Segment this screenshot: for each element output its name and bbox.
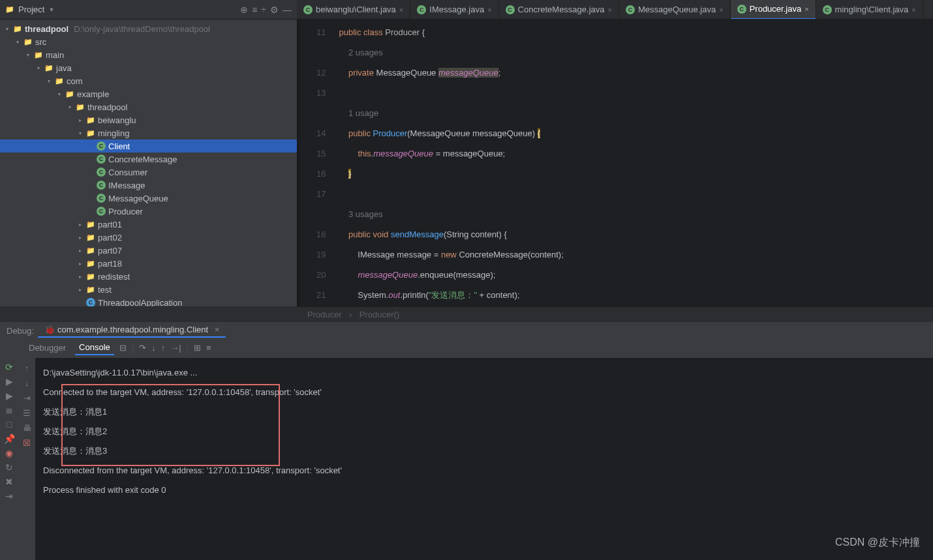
java-class-icon: C [86,298,95,306]
step-out-icon[interactable]: ↑ [161,343,166,353]
run-to-cursor-icon[interactable]: →| [170,343,181,353]
rerun-icon[interactable]: ⟳ [5,362,13,372]
chevron-icon[interactable]: ▸ [77,222,84,228]
editor-tab[interactable]: Cmingling\Client.java× [816,0,923,20]
editor-tab[interactable]: CConcreteMessage.java× [499,0,619,20]
tree-node[interactable]: ▸📁part02 [0,231,297,244]
chevron-icon[interactable]: ▸ [77,287,84,293]
trash-icon[interactable]: ↻ [5,462,13,473]
tree-node[interactable]: ▾📁mingling [0,126,297,140]
chevron-icon[interactable]: ▾ [46,78,52,84]
java-class-icon: C [97,155,106,164]
chevron-icon[interactable]: ▾ [77,130,84,136]
chevron-icon[interactable]: ▸ [77,235,84,241]
pin-icon[interactable]: 📌 [4,434,15,444]
folder-icon: 📁 [76,102,85,111]
help-icon[interactable]: ⇥ [5,491,13,501]
step-into-icon[interactable]: ↓ [151,343,156,353]
tree-node[interactable]: CClient [0,140,297,153]
print-icon[interactable]: 🖶 [23,423,31,433]
close-icon[interactable]: × [804,5,808,13]
chevron-icon[interactable]: ▸ [77,117,84,123]
editor-tabs: Cbeiwanglu\Client.java×CIMessage.java×CC… [297,0,933,20]
more-icon[interactable]: ≡ [206,343,211,353]
close-icon[interactable]: × [487,6,491,14]
tree-node[interactable]: ▾📁example [0,87,297,100]
view-bp-icon[interactable]: ≣ [5,405,13,415]
filter-icon[interactable]: ⊟ [119,343,127,353]
chevron-icon[interactable]: ▾ [35,65,42,71]
project-tool-header[interactable]: 📁 Project ▼ ⊕ ≡ ÷ ⚙ — [0,0,297,20]
tree-label: IMessage [108,181,145,190]
tree-node[interactable]: ▸📁test [0,283,297,296]
down-icon[interactable]: ↓ [25,378,29,388]
close-icon[interactable]: × [608,6,612,14]
sort-icon[interactable]: ≡ [252,5,257,15]
pause-icon[interactable]: ▶ [6,391,13,401]
tab-console[interactable]: Console [75,340,114,355]
tree-node[interactable]: CConsumer [0,166,297,179]
step-over-icon[interactable]: ↷ [139,343,146,353]
tree-node[interactable]: ▸📁beiwanglu [0,113,297,126]
up-icon[interactable]: ↑ [25,363,29,373]
tab-debugger[interactable]: Debugger [25,341,70,355]
layout-icon[interactable]: □ [7,419,12,430]
code-editor[interactable]: 1112131415161718192021 public class Prod… [297,20,933,306]
chevron-icon[interactable]: ▾ [56,91,63,97]
folder-icon: 📁 [23,37,33,46]
tree-node[interactable]: CConcreteMessage [0,153,297,166]
tree-node[interactable]: ▾📁main [0,48,297,61]
java-class-icon: C [97,194,106,203]
tree-node[interactable]: ▾📁com [0,74,297,87]
collapse-icon[interactable]: ÷ [261,5,266,15]
java-class-icon: C [97,168,106,177]
chevron-icon[interactable]: ▾ [25,52,31,58]
chevron-icon[interactable]: ▸ [77,261,84,267]
tree-label: part18 [98,259,122,269]
chevron-down-icon[interactable]: ▾ [4,26,10,32]
watermark: CSDN @皮卡冲撞 [835,536,920,550]
run-config-tab[interactable]: 🐞com.example.threadpool.mingling.Client … [38,323,226,338]
breadcrumb-item[interactable]: Producer [307,310,342,319]
tree-node[interactable]: ▸📁part07 [0,244,297,257]
tree-node[interactable]: ▾📁java [0,61,297,74]
camera-icon[interactable]: ◉ [5,448,13,458]
console-output[interactable]: D:\javaSetting\jdk-11.0.17\bin\java.exe … [35,358,933,560]
chevron-icon[interactable]: ▸ [77,248,84,254]
target-icon[interactable]: ⊕ [240,5,248,15]
close-icon[interactable]: × [399,6,403,14]
scroll-icon[interactable]: ☰ [23,408,31,418]
breadcrumb[interactable]: Producer › Producer() [297,306,933,322]
code-area[interactable]: public class Producer { 2 usages private… [332,20,933,306]
editor-tab[interactable]: Cbeiwanglu\Client.java× [297,0,410,20]
hide-icon[interactable]: — [283,5,292,15]
tree-node[interactable]: CIMessage [0,179,297,192]
java-class-icon: C [97,181,106,190]
chevron-icon[interactable]: ▾ [67,104,73,110]
tree-node[interactable]: CProducer [0,205,297,218]
tree-node[interactable]: CMessageQueue [0,192,297,205]
project-tree[interactable]: ▾ 📁 threadpool D:\only-java\threadDemo\t… [0,20,297,306]
tree-node[interactable]: CThreadpoolApplication [0,296,297,306]
evaluate-icon[interactable]: ⊞ [194,343,201,353]
editor-tab[interactable]: CIMessage.java× [410,0,498,20]
chevron-icon[interactable]: ▸ [77,274,84,280]
settings-icon[interactable]: ✖ [5,477,13,487]
tree-node[interactable]: ▸📁part18 [0,257,297,270]
tree-node[interactable]: ▸📁redistest [0,270,297,283]
gear-icon[interactable]: ⚙ [270,5,279,15]
wrap-icon[interactable]: ⇥ [23,393,31,403]
stop-icon[interactable]: ▶ [6,376,13,387]
close-icon[interactable]: × [215,325,220,334]
folder-icon: 📁 [86,128,95,138]
chevron-icon[interactable]: ▾ [14,39,21,45]
tree-node[interactable]: ▾📁threadpool [0,100,297,113]
red-icon[interactable]: ☒ [23,438,31,448]
close-icon[interactable]: × [911,6,915,14]
editor-tab[interactable]: CMessageQueue.java× [619,0,731,20]
breadcrumb-item[interactable]: Producer() [359,310,399,319]
editor-tab[interactable]: CProducer.java× [731,0,816,20]
tree-node[interactable]: ▾📁src [0,35,297,48]
tree-node[interactable]: ▸📁part01 [0,218,297,231]
close-icon[interactable]: × [719,6,723,14]
